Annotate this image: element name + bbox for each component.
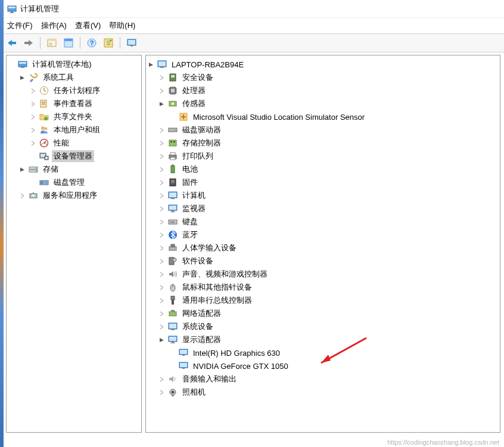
cat-network-adapters[interactable]: 网络适配器 (158, 307, 499, 320)
expand-icon[interactable] (158, 310, 165, 317)
tree-performance[interactable]: 性能 (29, 136, 140, 150)
collapse-icon[interactable] (147, 61, 154, 68)
collapse-icon[interactable] (18, 166, 26, 173)
expand-icon[interactable] (158, 218, 165, 225)
expand-icon[interactable] (158, 271, 165, 278)
device-root[interactable]: LAPTOP-RBA2B94E (147, 58, 499, 71)
cat-sensors[interactable]: 传感器 (158, 97, 499, 110)
svg-rect-76 (173, 221, 175, 222)
svg-rect-103 (172, 395, 174, 396)
refresh-button[interactable] (101, 36, 116, 50)
tree-label-selected: 设备管理器 (52, 150, 94, 162)
bluetooth-icon (167, 229, 178, 240)
cat-firmware[interactable]: 固件 (158, 176, 499, 189)
cat-mice[interactable]: 鼠标和其他指针设备 (158, 281, 499, 294)
cat-security-devices[interactable]: 安全设备 (158, 71, 499, 84)
tree-label: 音频输入和输出 (181, 373, 238, 385)
cat-usb-controllers[interactable]: 通用串行总线控制器 (158, 294, 499, 307)
expand-icon[interactable] (158, 244, 165, 252)
expand-icon[interactable] (158, 139, 165, 147)
expand-icon[interactable] (29, 113, 36, 120)
gpu-nvidia-gtx-1050[interactable]: NVIDIA GeForce GTX 1050 (169, 359, 499, 372)
cat-audio-io[interactable]: 音频输入和输出 (158, 372, 499, 386)
expand-icon[interactable] (158, 74, 165, 81)
monitor-button[interactable] (125, 36, 139, 50)
tree-shared-folders[interactable]: 共享文件夹 (29, 110, 140, 123)
expand-icon[interactable] (158, 179, 165, 186)
audio-icon (167, 374, 178, 384)
tree-label: 网络适配器 (181, 308, 223, 319)
expand-icon[interactable] (158, 389, 165, 396)
cat-software-devices[interactable]: 软件设备 (158, 254, 499, 268)
expand-icon[interactable] (158, 87, 165, 94)
menu-file[interactable]: 文件(F) (7, 20, 33, 31)
expand-icon[interactable] (158, 257, 165, 265)
expand-icon[interactable] (158, 153, 165, 160)
shared-folder-icon (39, 111, 49, 122)
cat-display-adapters[interactable]: 显示适配器 (158, 333, 499, 346)
tree-label: 通用串行总线控制器 (181, 294, 254, 306)
cat-bluetooth[interactable]: 蓝牙 (158, 228, 499, 241)
cat-keyboards[interactable]: 键盘 (158, 215, 499, 228)
properties-button[interactable] (61, 36, 76, 50)
tree-system-tools[interactable]: 系统工具 (18, 71, 140, 84)
expand-icon[interactable] (29, 126, 36, 134)
cat-print-queues[interactable]: 打印队列 (158, 150, 499, 163)
menu-action[interactable]: 操作(A) (41, 20, 67, 31)
tree-label: Intel(R) HD Graphics 630 (191, 348, 282, 358)
cat-hid[interactable]: 人体学输入设备 (158, 241, 499, 254)
svg-rect-60 (171, 166, 175, 173)
gpu-intel-hd-630[interactable]: Intel(R) HD Graphics 630 (169, 346, 499, 359)
cat-sound-video-game[interactable]: 声音、视频和游戏控制器 (158, 268, 499, 281)
back-button[interactable] (5, 36, 19, 50)
svg-rect-73 (169, 220, 177, 224)
tree-storage[interactable]: 存储 (18, 163, 140, 176)
expand-icon[interactable] (158, 192, 165, 199)
expand-icon[interactable] (29, 100, 36, 107)
sensor-msvs-location[interactable]: Microsoft Visual Studio Location Simulat… (169, 110, 499, 123)
expand-icon[interactable] (158, 375, 165, 383)
usb-icon (167, 295, 178, 306)
tree-device-manager[interactable]: 设备管理器 (29, 150, 140, 163)
cat-computer[interactable]: 计算机 (158, 189, 499, 202)
help-button[interactable]: ? (85, 36, 99, 50)
collapse-icon[interactable] (18, 74, 26, 81)
hid-icon (167, 243, 178, 253)
tree-task-scheduler[interactable]: 任务计划程序 (29, 84, 140, 97)
tree-root-computer-management[interactable]: 计算机管理(本地) (8, 58, 140, 71)
svg-rect-63 (171, 180, 175, 181)
expand-icon[interactable] (158, 166, 165, 173)
toolbar-separator (120, 37, 120, 49)
menu-view[interactable]: 查看(V) (75, 20, 101, 31)
tree-event-viewer[interactable]: 事件查看器 (29, 97, 140, 110)
cat-storage-controllers[interactable]: 存储控制器 (158, 136, 499, 150)
expand-icon[interactable] (158, 205, 165, 212)
expand-icon[interactable] (158, 126, 165, 134)
cat-disk-drives[interactable]: 磁盘驱动器 (158, 123, 499, 136)
cat-monitors[interactable]: 监视器 (158, 202, 499, 215)
menu-help[interactable]: 帮助(H) (109, 20, 135, 31)
expand-icon[interactable] (29, 139, 36, 147)
tree-services-apps[interactable]: 服务和应用程序 (18, 189, 140, 202)
expand-icon[interactable] (18, 192, 26, 199)
svg-rect-86 (169, 312, 176, 316)
forward-button[interactable] (21, 36, 36, 50)
cat-batteries[interactable]: 电池 (158, 163, 499, 176)
expand-icon[interactable] (158, 323, 165, 330)
svg-rect-59 (170, 157, 175, 160)
window-left-accent (0, 0, 4, 447)
tree-disk-management[interactable]: 磁盘管理 (29, 176, 140, 189)
cat-processors[interactable]: 处理器 (158, 84, 499, 97)
expand-icon[interactable] (158, 231, 165, 238)
collapse-icon[interactable] (158, 100, 165, 107)
expand-icon[interactable] (158, 297, 165, 304)
left-panel: 计算机管理(本地) 系统工具 (6, 55, 142, 433)
cat-system-devices[interactable]: 系统设备 (158, 320, 499, 333)
tree-local-users-groups[interactable]: 本地用户和组 (29, 123, 140, 136)
expand-icon[interactable] (29, 87, 36, 94)
show-hide-tree-button[interactable] (45, 36, 59, 50)
expand-icon[interactable] (158, 284, 165, 291)
collapse-icon[interactable] (158, 336, 165, 343)
cat-cameras[interactable]: 照相机 (158, 386, 499, 399)
svg-rect-94 (170, 343, 175, 343)
